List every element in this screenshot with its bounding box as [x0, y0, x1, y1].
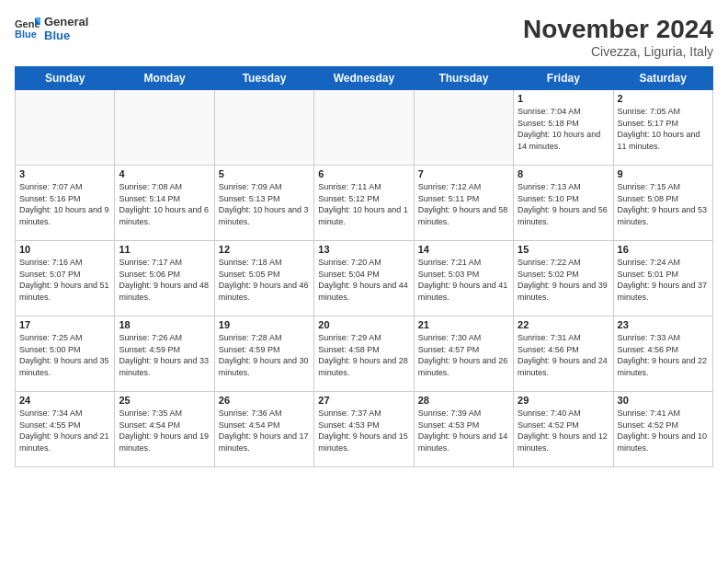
- day-number-22: 22: [518, 319, 609, 330]
- calendar-cell-0-2: [214, 90, 313, 166]
- calendar-cell-1-1: 4Sunrise: 7:08 AM Sunset: 5:14 PM Daylig…: [115, 166, 214, 241]
- calendar-cell-2-1: 11Sunrise: 7:17 AM Sunset: 5:06 PM Dayli…: [115, 241, 214, 316]
- calendar-cell-4-5: 29Sunrise: 7:40 AM Sunset: 4:52 PM Dayli…: [514, 392, 613, 467]
- calendar-cell-3-5: 22Sunrise: 7:31 AM Sunset: 4:56 PM Dayli…: [514, 316, 613, 392]
- day-number-26: 26: [219, 395, 310, 406]
- day-info-30: Sunrise: 7:41 AM Sunset: 4:52 PM Dayligh…: [618, 408, 709, 454]
- day-info-25: Sunrise: 7:35 AM Sunset: 4:54 PM Dayligh…: [119, 408, 210, 454]
- calendar-cell-4-6: 30Sunrise: 7:41 AM Sunset: 4:52 PM Dayli…: [613, 392, 712, 467]
- page-container: General Blue General Blue November 2024 …: [0, 0, 728, 563]
- day-info-9: Sunrise: 7:15 AM Sunset: 5:08 PM Dayligh…: [618, 181, 709, 227]
- day-number-12: 12: [219, 244, 310, 255]
- calendar-cell-0-1: [115, 90, 214, 166]
- day-number-29: 29: [518, 395, 609, 406]
- svg-text:Blue: Blue: [15, 29, 37, 40]
- header-saturday: Saturday: [613, 67, 712, 90]
- day-info-3: Sunrise: 7:07 AM Sunset: 5:16 PM Dayligh…: [19, 181, 110, 227]
- day-number-16: 16: [618, 244, 709, 255]
- day-info-22: Sunrise: 7:31 AM Sunset: 4:56 PM Dayligh…: [518, 332, 609, 378]
- calendar-cell-1-2: 5Sunrise: 7:09 AM Sunset: 5:13 PM Daylig…: [214, 166, 313, 241]
- day-info-6: Sunrise: 7:11 AM Sunset: 5:12 PM Dayligh…: [318, 181, 409, 227]
- title-block: November 2024 Civezza, Liguria, Italy: [523, 15, 713, 59]
- header-tuesday: Tuesday: [214, 67, 313, 90]
- day-info-17: Sunrise: 7:25 AM Sunset: 5:00 PM Dayligh…: [19, 332, 110, 378]
- calendar-cell-4-3: 27Sunrise: 7:37 AM Sunset: 4:53 PM Dayli…: [314, 392, 414, 467]
- calendar-cell-0-0: [16, 90, 115, 166]
- day-info-23: Sunrise: 7:33 AM Sunset: 4:56 PM Dayligh…: [618, 332, 709, 378]
- week-row-2: 10Sunrise: 7:16 AM Sunset: 5:07 PM Dayli…: [16, 241, 713, 316]
- calendar-cell-4-1: 25Sunrise: 7:35 AM Sunset: 4:54 PM Dayli…: [115, 392, 214, 467]
- day-info-12: Sunrise: 7:18 AM Sunset: 5:05 PM Dayligh…: [219, 257, 310, 303]
- day-info-1: Sunrise: 7:04 AM Sunset: 5:18 PM Dayligh…: [518, 106, 609, 152]
- day-number-9: 9: [618, 168, 709, 179]
- day-info-24: Sunrise: 7:34 AM Sunset: 4:55 PM Dayligh…: [19, 408, 110, 454]
- day-info-29: Sunrise: 7:40 AM Sunset: 4:52 PM Dayligh…: [518, 408, 609, 454]
- day-info-7: Sunrise: 7:12 AM Sunset: 5:11 PM Dayligh…: [418, 181, 509, 227]
- day-number-15: 15: [518, 244, 609, 255]
- calendar-cell-3-6: 23Sunrise: 7:33 AM Sunset: 4:56 PM Dayli…: [613, 316, 712, 392]
- day-info-21: Sunrise: 7:30 AM Sunset: 4:57 PM Dayligh…: [418, 332, 509, 378]
- calendar-cell-1-3: 6Sunrise: 7:11 AM Sunset: 5:12 PM Daylig…: [314, 166, 414, 241]
- day-info-14: Sunrise: 7:21 AM Sunset: 5:03 PM Dayligh…: [418, 257, 509, 303]
- day-number-24: 24: [19, 395, 110, 406]
- day-number-17: 17: [19, 319, 110, 330]
- day-info-26: Sunrise: 7:36 AM Sunset: 4:54 PM Dayligh…: [219, 408, 310, 454]
- header-sunday: Sunday: [16, 67, 115, 90]
- day-number-14: 14: [418, 244, 509, 255]
- day-number-13: 13: [318, 244, 409, 255]
- day-number-30: 30: [618, 395, 709, 406]
- day-number-21: 21: [418, 319, 509, 330]
- week-row-3: 17Sunrise: 7:25 AM Sunset: 5:00 PM Dayli…: [16, 316, 713, 392]
- day-number-28: 28: [418, 395, 509, 406]
- day-number-19: 19: [219, 319, 310, 330]
- calendar-cell-3-4: 21Sunrise: 7:30 AM Sunset: 4:57 PM Dayli…: [414, 316, 513, 392]
- calendar-cell-3-1: 18Sunrise: 7:26 AM Sunset: 4:59 PM Dayli…: [115, 316, 214, 392]
- day-info-5: Sunrise: 7:09 AM Sunset: 5:13 PM Dayligh…: [219, 181, 310, 227]
- calendar-cell-0-4: [414, 90, 513, 166]
- logo-blue-text: Blue: [44, 29, 88, 42]
- calendar-cell-1-0: 3Sunrise: 7:07 AM Sunset: 5:16 PM Daylig…: [16, 166, 115, 241]
- day-number-3: 3: [19, 168, 110, 179]
- day-number-8: 8: [518, 168, 609, 179]
- day-number-25: 25: [119, 395, 210, 406]
- calendar-cell-3-2: 19Sunrise: 7:28 AM Sunset: 4:59 PM Dayli…: [214, 316, 313, 392]
- week-row-4: 24Sunrise: 7:34 AM Sunset: 4:55 PM Dayli…: [16, 392, 713, 467]
- day-number-6: 6: [318, 168, 409, 179]
- header: General Blue General Blue November 2024 …: [15, 15, 713, 59]
- header-monday: Monday: [115, 67, 214, 90]
- day-number-7: 7: [418, 168, 509, 179]
- header-thursday: Thursday: [414, 67, 513, 90]
- day-number-27: 27: [318, 395, 409, 406]
- day-info-28: Sunrise: 7:39 AM Sunset: 4:53 PM Dayligh…: [418, 408, 509, 454]
- calendar-cell-3-3: 20Sunrise: 7:29 AM Sunset: 4:58 PM Dayli…: [314, 316, 414, 392]
- calendar-cell-0-6: 2Sunrise: 7:05 AM Sunset: 5:17 PM Daylig…: [613, 90, 712, 166]
- location: Civezza, Liguria, Italy: [523, 44, 713, 59]
- day-info-8: Sunrise: 7:13 AM Sunset: 5:10 PM Dayligh…: [518, 181, 609, 227]
- month-title: November 2024: [523, 15, 713, 44]
- day-number-1: 1: [518, 93, 609, 104]
- calendar-cell-4-2: 26Sunrise: 7:36 AM Sunset: 4:54 PM Dayli…: [214, 392, 313, 467]
- calendar-table: Sunday Monday Tuesday Wednesday Thursday…: [15, 66, 713, 467]
- day-info-10: Sunrise: 7:16 AM Sunset: 5:07 PM Dayligh…: [19, 257, 110, 303]
- day-info-4: Sunrise: 7:08 AM Sunset: 5:14 PM Dayligh…: [119, 181, 210, 227]
- calendar-cell-2-0: 10Sunrise: 7:16 AM Sunset: 5:07 PM Dayli…: [16, 241, 115, 316]
- calendar-cell-2-5: 15Sunrise: 7:22 AM Sunset: 5:02 PM Dayli…: [514, 241, 613, 316]
- header-friday: Friday: [514, 67, 613, 90]
- day-number-18: 18: [119, 319, 210, 330]
- day-number-10: 10: [19, 244, 110, 255]
- calendar-cell-0-3: [314, 90, 414, 166]
- calendar-cell-1-4: 7Sunrise: 7:12 AM Sunset: 5:11 PM Daylig…: [414, 166, 513, 241]
- calendar-cell-1-5: 8Sunrise: 7:13 AM Sunset: 5:10 PM Daylig…: [514, 166, 613, 241]
- day-number-23: 23: [618, 319, 709, 330]
- day-number-11: 11: [119, 244, 210, 255]
- day-info-11: Sunrise: 7:17 AM Sunset: 5:06 PM Dayligh…: [119, 257, 210, 303]
- day-info-27: Sunrise: 7:37 AM Sunset: 4:53 PM Dayligh…: [318, 408, 409, 454]
- day-info-20: Sunrise: 7:29 AM Sunset: 4:58 PM Dayligh…: [318, 332, 409, 378]
- day-info-15: Sunrise: 7:22 AM Sunset: 5:02 PM Dayligh…: [518, 257, 609, 303]
- day-number-5: 5: [219, 168, 310, 179]
- calendar-cell-4-4: 28Sunrise: 7:39 AM Sunset: 4:53 PM Dayli…: [414, 392, 513, 467]
- day-info-2: Sunrise: 7:05 AM Sunset: 5:17 PM Dayligh…: [618, 106, 709, 152]
- day-number-20: 20: [318, 319, 409, 330]
- logo: General Blue General Blue: [15, 15, 88, 42]
- day-info-13: Sunrise: 7:20 AM Sunset: 5:04 PM Dayligh…: [318, 257, 409, 303]
